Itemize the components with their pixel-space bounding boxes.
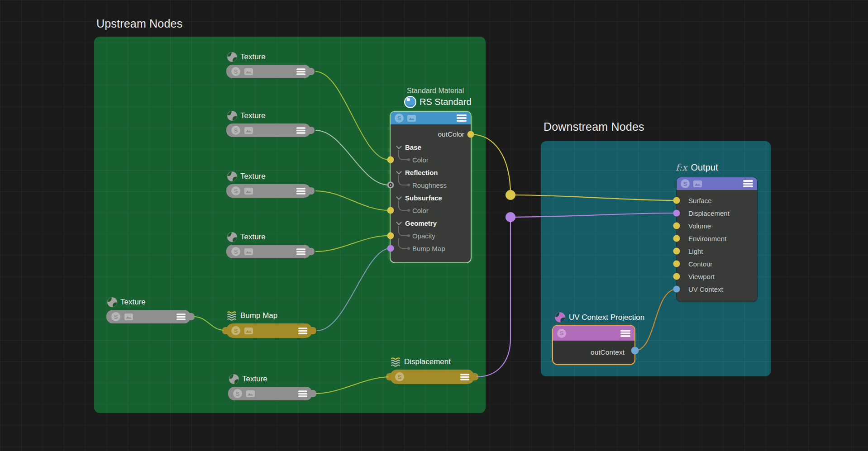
image-icon[interactable] bbox=[244, 188, 253, 195]
solo-badge[interactable]: S bbox=[231, 247, 240, 256]
solo-badge[interactable]: S bbox=[231, 186, 240, 195]
solo-badge[interactable]: S bbox=[231, 326, 240, 335]
menu-icon[interactable] bbox=[743, 180, 753, 187]
image-icon[interactable] bbox=[407, 115, 416, 122]
bump-map-label: Bump Map bbox=[240, 311, 277, 320]
solo-badge[interactable]: S bbox=[231, 67, 240, 76]
output-port-surface: Surface bbox=[677, 194, 757, 207]
output-port-tab[interactable] bbox=[310, 327, 316, 334]
solo-badge[interactable]: S bbox=[557, 329, 566, 338]
menu-icon[interactable] bbox=[296, 188, 305, 195]
texture-node-body[interactable]: S bbox=[106, 310, 191, 323]
bump-map-node[interactable]: Bump Map S bbox=[226, 309, 312, 338]
texture-node-body[interactable]: S bbox=[226, 65, 310, 78]
output-port-tab[interactable] bbox=[188, 313, 195, 320]
rs-port-bump-map: Bump Map bbox=[391, 242, 471, 255]
menu-icon[interactable] bbox=[176, 313, 186, 320]
chevron-down-icon[interactable] bbox=[396, 143, 402, 149]
image-icon[interactable] bbox=[693, 180, 702, 187]
menu-icon[interactable] bbox=[457, 114, 467, 122]
tree-connector bbox=[398, 150, 408, 160]
solo-badge[interactable]: S bbox=[231, 126, 240, 135]
chevron-down-icon[interactable] bbox=[396, 194, 402, 200]
output-port-tab[interactable] bbox=[308, 187, 315, 195]
texture-node-body[interactable]: S bbox=[228, 387, 312, 400]
output-node-title: f:x Output bbox=[676, 162, 718, 173]
rs-standard-title: RS Standard bbox=[404, 95, 472, 109]
texture-sphere-icon bbox=[226, 171, 238, 182]
menu-icon[interactable] bbox=[296, 127, 305, 134]
output-port-tab[interactable] bbox=[310, 390, 316, 397]
image-icon[interactable] bbox=[244, 68, 253, 75]
junction-dot-yellow[interactable] bbox=[506, 190, 515, 200]
uv-projection-node[interactable]: S outContext bbox=[553, 326, 634, 364]
rs-standard-category: Standard Material bbox=[407, 87, 464, 95]
texture-node-4[interactable]: Texture S bbox=[226, 231, 310, 258]
rs-port-base-color: Color bbox=[391, 153, 471, 166]
menu-icon[interactable] bbox=[620, 330, 630, 337]
solo-badge[interactable]: S bbox=[395, 372, 404, 381]
input-port-tab[interactable] bbox=[386, 373, 393, 380]
output-port-tab[interactable] bbox=[308, 248, 315, 255]
texture-node-body[interactable]: S bbox=[226, 184, 310, 198]
image-icon[interactable] bbox=[244, 127, 253, 134]
texture-node-label: Texture bbox=[120, 298, 146, 307]
uv-projection-outcontext-row: outContext bbox=[553, 341, 634, 364]
solo-badge[interactable]: S bbox=[233, 389, 242, 398]
texture-node-body[interactable]: S bbox=[226, 123, 310, 137]
output-port-volume: Volume bbox=[677, 219, 757, 232]
tree-connector bbox=[398, 238, 408, 249]
solo-badge[interactable]: S bbox=[395, 114, 404, 123]
texture-node-6[interactable]: Texture S bbox=[228, 373, 312, 400]
output-port-tab[interactable] bbox=[308, 68, 315, 75]
material-ball-icon bbox=[404, 95, 417, 109]
texture-sphere-icon bbox=[226, 51, 238, 63]
bump-map-body[interactable]: S bbox=[226, 323, 312, 338]
solo-badge[interactable]: S bbox=[681, 179, 690, 188]
texture-node-1[interactable]: Texture S bbox=[226, 51, 310, 78]
solo-badge[interactable]: S bbox=[111, 312, 120, 321]
texture-node-2[interactable]: Texture S bbox=[226, 109, 310, 137]
menu-icon[interactable] bbox=[296, 68, 305, 75]
menu-icon[interactable] bbox=[296, 248, 305, 255]
image-icon[interactable] bbox=[124, 313, 133, 320]
tree-connector bbox=[398, 200, 408, 211]
rs-standard-header[interactable]: S bbox=[391, 112, 471, 124]
tree-connector bbox=[398, 226, 408, 236]
output-port-uv-context: UV Context bbox=[677, 283, 757, 295]
texture-sphere-icon bbox=[228, 373, 240, 385]
junction-dot-purple[interactable] bbox=[506, 212, 515, 222]
chevron-down-icon[interactable] bbox=[396, 219, 402, 225]
texture-node-3[interactable]: Texture S bbox=[226, 170, 310, 198]
menu-icon[interactable] bbox=[298, 328, 307, 334]
uv-projection-header[interactable]: S bbox=[553, 326, 634, 341]
input-port-tab[interactable] bbox=[222, 327, 229, 334]
group-title-upstream: Upstream Nodes bbox=[96, 17, 182, 30]
texture-sphere-icon bbox=[226, 231, 238, 243]
texture-sphere-icon bbox=[226, 110, 238, 122]
node-editor-canvas[interactable]: Upstream Nodes Downstream Nodes Texture … bbox=[0, 0, 868, 451]
menu-icon[interactable] bbox=[298, 390, 307, 397]
menu-icon[interactable] bbox=[460, 374, 469, 380]
fx-icon: f:x bbox=[676, 162, 687, 173]
output-port-tab[interactable] bbox=[308, 127, 315, 134]
image-icon[interactable] bbox=[244, 248, 253, 255]
output-node[interactable]: S Surface Displacement Volume Environmen… bbox=[677, 177, 757, 302]
texture-node-label: Texture bbox=[242, 375, 267, 384]
rs-standard-node[interactable]: S outColor Base Color Reflection Roughne… bbox=[391, 112, 471, 262]
chevron-down-icon[interactable] bbox=[396, 169, 402, 175]
output-port-light: Light bbox=[677, 245, 757, 257]
displacement-body[interactable]: S bbox=[390, 370, 474, 384]
displacement-node[interactable]: Displacement S bbox=[390, 356, 474, 384]
output-node-header[interactable]: S bbox=[677, 177, 757, 190]
image-icon[interactable] bbox=[244, 328, 253, 334]
rs-port-roughness: Roughness bbox=[391, 179, 471, 191]
output-port-tab[interactable] bbox=[472, 373, 478, 380]
texture-node-label: Texture bbox=[240, 52, 266, 62]
rs-outcolor-row: outColor bbox=[391, 128, 471, 141]
texture-node-body[interactable]: S bbox=[226, 245, 310, 258]
image-icon[interactable] bbox=[246, 390, 255, 397]
texture-node-5[interactable]: Texture S bbox=[106, 296, 191, 323]
output-port-displacement: Displacement bbox=[677, 207, 757, 219]
displacement-label: Displacement bbox=[404, 357, 451, 366]
